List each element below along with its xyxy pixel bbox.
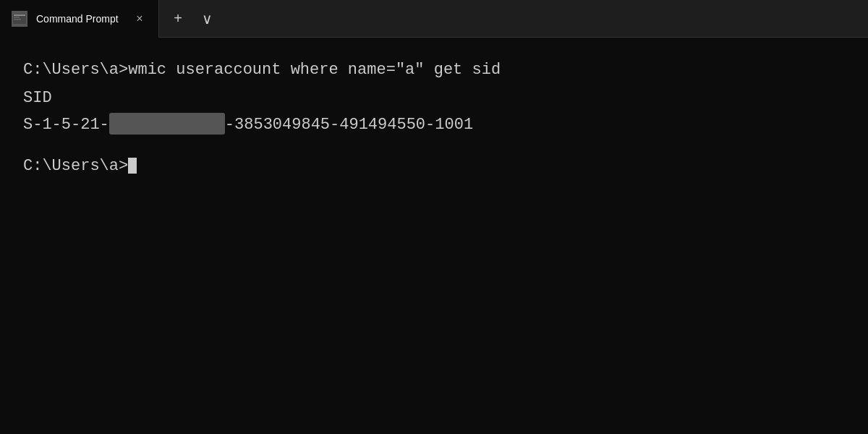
tab-bar-actions: + ∨ [159, 0, 226, 38]
command-line: C:\Users\a>wmic useraccount where name="… [23, 58, 845, 82]
close-tab-button[interactable]: × [132, 12, 147, 26]
terminal-icon [12, 11, 27, 27]
sid-header-line: SID [23, 86, 845, 110]
terminal-window: Command Prompt × + ∨ C:\Users\a>wmic use… [0, 0, 868, 434]
svg-rect-3 [14, 19, 21, 20]
title-bar: Command Prompt × + ∨ [0, 0, 868, 38]
dropdown-button[interactable]: ∨ [194, 6, 220, 32]
new-tab-button[interactable]: + [165, 6, 191, 32]
prompt-text: C:\Users\a> [23, 157, 128, 175]
sid-value-line: S-1-5-21--3853049845-491494550-1001 [23, 113, 845, 137]
command-text: C:\Users\a>wmic useraccount where name="… [23, 61, 501, 79]
cursor [128, 158, 137, 174]
redacted-segment [109, 113, 225, 135]
sid-header: SID [23, 89, 52, 107]
sid-prefix: S-1-5-21- [23, 113, 109, 137]
tab-title-label: Command Prompt [36, 13, 124, 25]
prompt-line: C:\Users\a> [23, 154, 845, 178]
svg-rect-2 [14, 17, 20, 18]
active-tab[interactable]: Command Prompt × [0, 0, 159, 38]
terminal-body[interactable]: C:\Users\a>wmic useraccount where name="… [0, 38, 868, 434]
svg-rect-1 [14, 14, 25, 16]
sid-suffix: -3853049845-491494550-1001 [225, 113, 473, 137]
